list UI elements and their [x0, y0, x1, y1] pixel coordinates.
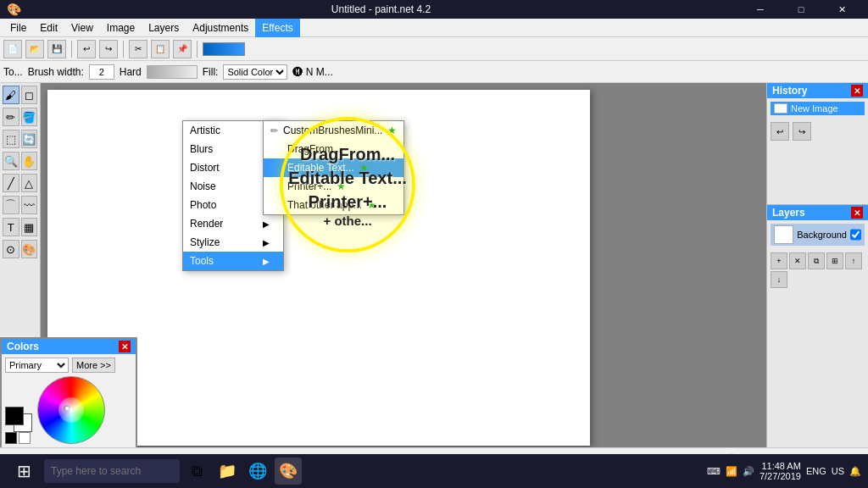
window-title: Untitled - paint.net 4.2	[21, 3, 741, 15]
color-wheel[interactable]	[37, 376, 105, 444]
effects-stylize-arrow: ▶	[263, 238, 270, 247]
notification-icon[interactable]: 🔔	[849, 466, 861, 477]
menu-effects[interactable]: Effects	[255, 19, 299, 37]
zoom-printer-text: Printer+...	[309, 190, 387, 214]
toolbar-undo[interactable]: ↩	[77, 40, 96, 58]
fill-select[interactable]: Solid Color Gradient Pattern	[223, 64, 287, 80]
freeform-tool[interactable]: 〰	[21, 196, 38, 214]
color-preview	[203, 42, 245, 56]
white-swatch[interactable]	[19, 432, 31, 444]
menu-layers[interactable]: Layers	[142, 19, 186, 37]
add-layer-button[interactable]: +	[771, 252, 787, 269]
toolbar-cut[interactable]: ✂	[129, 40, 147, 58]
layer-down-button[interactable]: ↓	[771, 271, 787, 288]
clock-area[interactable]: 11:48 AM 7/27/2019	[760, 461, 801, 481]
effects-tools[interactable]: Tools ▶	[183, 252, 283, 270]
layers-close-button[interactable]: ✕	[851, 207, 863, 219]
effects-artistic-label: Artistic	[190, 125, 220, 136]
more-colors-button[interactable]: More >>	[72, 358, 115, 373]
colors-panel-body: Primary Secondary More >>	[2, 354, 136, 447]
tool-row-6: ⌒ 〰	[2, 195, 38, 215]
clock-time: 11:48 AM	[760, 461, 801, 471]
start-button[interactable]: ⊞	[7, 458, 41, 485]
line-tool[interactable]: ╱	[3, 174, 19, 192]
effects-noise-label: Noise	[190, 180, 216, 192]
history-item[interactable]: New Image	[771, 102, 865, 115]
title-bar: 🎨 Untitled - paint.net 4.2 ─ □ ✕	[0, 0, 868, 19]
maximize-button[interactable]: □	[782, 0, 821, 19]
pan-tool[interactable]: ✋	[21, 152, 38, 170]
tool-row-7: T ▦	[2, 217, 38, 237]
primary-color-select[interactable]: Primary Secondary	[5, 358, 69, 373]
toolbar-copy[interactable]: 📋	[151, 40, 170, 58]
effects-distort-label: Distort	[190, 162, 220, 174]
zoom-tool[interactable]: 🔍	[3, 152, 19, 170]
toolbar-paste[interactable]: 📌	[173, 40, 192, 58]
taskbar-paintnet[interactable]: 🎨	[275, 458, 302, 485]
toolbar-new[interactable]: 📄	[3, 40, 22, 58]
taskbar-browser[interactable]: 🌐	[244, 458, 271, 485]
fill-label: Fill:	[203, 66, 219, 78]
layer-item[interactable]: Background	[771, 224, 865, 246]
fill-tool[interactable]: 🪣	[21, 108, 38, 126]
effects-stylize[interactable]: Stylize ▶	[183, 233, 283, 252]
effects-stylize-label: Stylize	[190, 236, 220, 248]
color-swatches	[5, 407, 34, 430]
primary-color-swatch[interactable]	[5, 407, 24, 425]
close-button[interactable]: ✕	[822, 0, 861, 19]
menu-adjustments[interactable]: Adjustments	[186, 19, 255, 37]
system-tray: ⌨ 📶 🔊 11:48 AM 7/27/2019 ENG US 🔔	[707, 461, 861, 481]
selection-tool[interactable]: ⬚	[3, 130, 19, 148]
merge-layer-button[interactable]: ⊞	[826, 252, 843, 269]
window-controls[interactable]: ─ □ ✕	[741, 0, 861, 19]
taskbar-search[interactable]	[44, 459, 180, 483]
swatch-area	[5, 407, 34, 444]
taskbar-app-switch[interactable]: ⧉	[183, 458, 210, 485]
layer-up-button[interactable]: ↑	[845, 252, 862, 269]
menu-view[interactable]: View	[64, 19, 100, 37]
menu-image[interactable]: Image	[100, 19, 142, 37]
hardness-slider[interactable]	[147, 65, 198, 79]
effects-photo-label: Photo	[190, 199, 216, 211]
taskbar: ⊞ ⧉ 📁 🌐 🎨 ⌨ 📶 🔊 11:48 AM 7/27/2019 ENG U…	[0, 454, 868, 488]
color-wheel-area	[5, 376, 132, 444]
gradient-tool[interactable]: ▦	[21, 218, 38, 236]
tool-row-4: 🔍 ✋	[2, 151, 38, 171]
app-icon: 🎨	[7, 3, 21, 16]
toolbar-save[interactable]: 💾	[47, 40, 66, 58]
toolbar-open[interactable]: 📂	[25, 40, 44, 58]
history-undo-button[interactable]: ↩	[771, 122, 789, 141]
effects-tools-arrow: ▶	[263, 257, 270, 266]
colors-close-button[interactable]: ✕	[119, 341, 131, 352]
minimize-button[interactable]: ─	[741, 0, 780, 19]
taskbar-file-explorer[interactable]: 📁	[214, 458, 241, 485]
menu-edit[interactable]: Edit	[33, 19, 64, 37]
lasso-tool[interactable]: 🔄	[21, 130, 38, 148]
black-swatch[interactable]	[5, 432, 17, 444]
effects-render[interactable]: Render ▶	[183, 214, 283, 233]
pencil-tool[interactable]: ✏	[3, 108, 19, 126]
toolbar-redo[interactable]: ↪	[99, 40, 118, 58]
custombrushes-icon: ✏	[270, 125, 278, 136]
brush-width-input[interactable]	[89, 64, 114, 80]
layers-panel-header: Layers ✕	[767, 205, 868, 220]
layer-visibility-checkbox[interactable]	[850, 229, 861, 241]
effects-blurs-label: Blurs	[190, 143, 213, 155]
shape-tool[interactable]: △	[21, 174, 38, 192]
network-icon: 📶	[726, 466, 737, 477]
history-close-button[interactable]: ✕	[851, 85, 863, 97]
sound-icon: 🔊	[743, 466, 754, 477]
text-tool[interactable]: T	[3, 218, 19, 236]
eraser-tool[interactable]: ◻	[21, 86, 38, 104]
menu-file[interactable]: File	[3, 19, 33, 37]
paintbrush-tool[interactable]: 🖌	[3, 86, 19, 104]
zoom-dragfrom-text: DragFrom...	[300, 142, 395, 166]
tool-row-2: ✏ 🪣	[2, 107, 38, 127]
history-redo-button[interactable]: ↪	[793, 122, 811, 141]
duplicate-layer-button[interactable]: ⧉	[808, 252, 825, 269]
clone-tool[interactable]: ⊙	[3, 240, 19, 258]
curve-tool[interactable]: ⌒	[3, 196, 19, 214]
effects-render-arrow: ▶	[263, 219, 270, 229]
recolor-tool[interactable]: 🎨	[21, 240, 38, 258]
delete-layer-button[interactable]: ✕	[789, 252, 806, 269]
